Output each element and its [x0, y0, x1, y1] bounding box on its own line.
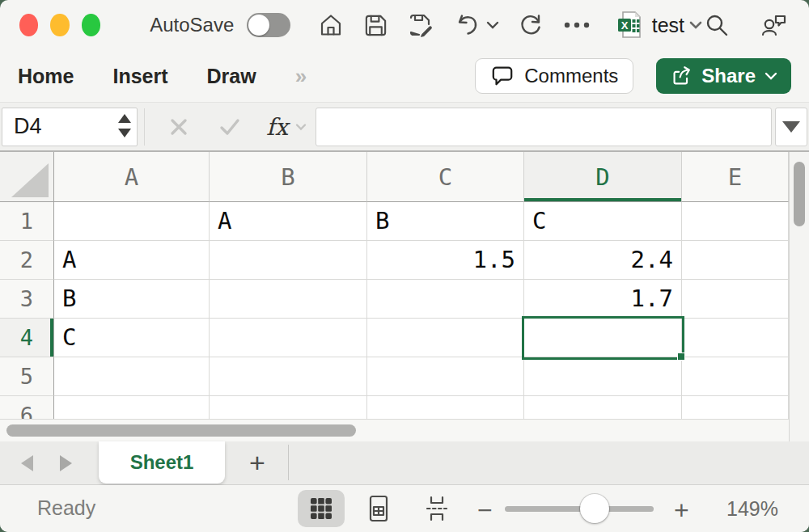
tab-insert[interactable]: Insert — [112, 65, 167, 88]
row-header-6[interactable]: 6 — [0, 396, 54, 419]
horizontal-scrollbar-thumb[interactable] — [6, 424, 356, 437]
function-chevron-icon[interactable] — [294, 122, 307, 132]
cell-D6[interactable] — [524, 396, 682, 419]
document-title[interactable]: test — [652, 14, 684, 37]
tab-home[interactable]: Home — [18, 65, 74, 88]
cell-B3[interactable] — [210, 280, 367, 319]
name-box-spinner[interactable] — [118, 114, 131, 137]
add-sheet-button[interactable]: + — [243, 441, 272, 483]
page-break-preview-button[interactable] — [422, 494, 451, 526]
status-text: Ready — [37, 496, 95, 520]
zoom-slider-track[interactable] — [505, 506, 654, 512]
cell-C3[interactable] — [367, 280, 524, 319]
cell-D2[interactable]: 2.4 — [524, 241, 682, 280]
comments-button[interactable]: Comments — [475, 58, 633, 94]
share-button[interactable]: Share — [656, 58, 791, 94]
column-header-row: ABCDE — [0, 152, 789, 202]
zoom-window-button[interactable] — [82, 14, 100, 36]
previous-sheet-icon[interactable] — [21, 455, 33, 471]
zoom-slider-knob[interactable] — [580, 494, 609, 523]
row-header-2[interactable]: 2 — [0, 241, 54, 280]
vertical-scrollbar-thumb[interactable] — [794, 162, 805, 226]
column-header-B[interactable]: B — [210, 152, 367, 202]
cell-A4[interactable]: C — [54, 319, 210, 357]
sheet-tab-bar: Sheet1 + — [0, 441, 809, 485]
cell-E2[interactable] — [682, 241, 789, 280]
worksheet-area: ABCDE 1ABC2A1.52.43B1.74C56 — [0, 152, 809, 441]
cell-A3[interactable]: B — [54, 280, 210, 319]
comments-button-label: Comments — [524, 65, 618, 87]
cell-B2[interactable] — [210, 241, 367, 280]
grid-rows: 1ABC2A1.52.43B1.74C56 — [0, 202, 789, 419]
undo-chevron-icon[interactable] — [485, 19, 500, 31]
spinner-up-icon — [118, 114, 131, 123]
cell-C4[interactable] — [367, 319, 524, 357]
zoom-percentage[interactable]: 149% — [726, 497, 778, 521]
cell-E3[interactable] — [682, 280, 789, 319]
cell-D5[interactable] — [524, 357, 682, 396]
horizontal-scrollbar[interactable] — [0, 419, 789, 441]
autosave-label: AutoSave — [150, 14, 234, 36]
cell-A6[interactable] — [54, 396, 210, 419]
cell-E1[interactable] — [682, 202, 789, 241]
home-icon[interactable] — [318, 12, 344, 38]
zoom-out-button[interactable]: − — [477, 496, 493, 526]
excel-app-icon: X — [616, 11, 644, 40]
cell-B4[interactable] — [210, 319, 367, 357]
column-header-D[interactable]: D — [524, 152, 682, 202]
page-layout-view-button[interactable] — [366, 494, 392, 526]
cell-A1[interactable] — [54, 202, 210, 241]
document-title-chevron-icon[interactable] — [688, 19, 704, 31]
vertical-scrollbar[interactable] — [789, 152, 809, 441]
save-as-icon[interactable] — [408, 12, 434, 38]
cell-B6[interactable] — [210, 396, 367, 419]
cell-C6[interactable] — [367, 396, 524, 419]
fill-handle[interactable] — [677, 353, 685, 361]
share-people-icon[interactable] — [760, 12, 788, 38]
confirm-entry-icon[interactable] — [218, 116, 242, 138]
name-box[interactable]: D4 — [2, 108, 138, 146]
zoom-in-button[interactable]: + — [674, 496, 689, 526]
column-header-E[interactable]: E — [682, 152, 789, 202]
cell-C1[interactable]: B — [367, 202, 524, 241]
ribbon-overflow-button[interactable]: » — [295, 64, 305, 89]
tab-draw[interactable]: Draw — [207, 65, 256, 88]
cell-E5[interactable] — [682, 357, 789, 396]
toggle-knob — [248, 15, 269, 36]
cell-D4[interactable] — [524, 319, 682, 357]
cell-A5[interactable] — [54, 357, 210, 396]
insert-function-icon[interactable]: fx — [266, 113, 288, 141]
more-options-icon[interactable] — [563, 21, 591, 29]
row-header-5[interactable]: 5 — [0, 357, 54, 396]
cell-D1[interactable]: C — [524, 202, 682, 241]
column-header-A[interactable]: A — [54, 152, 210, 202]
redo-icon[interactable] — [518, 12, 544, 38]
cell-A2[interactable]: A — [54, 241, 210, 280]
row-header-1[interactable]: 1 — [0, 202, 54, 241]
minimize-window-button[interactable] — [50, 14, 69, 36]
undo-icon[interactable] — [455, 12, 481, 38]
next-sheet-icon[interactable] — [60, 455, 72, 471]
cell-D3[interactable]: 1.7 — [524, 280, 682, 319]
cell-B1[interactable]: A — [210, 202, 367, 241]
row-header-4[interactable]: 4 — [0, 319, 54, 357]
grid-row-3: 3B1.7 — [0, 280, 789, 319]
formula-bar-expand-button[interactable] — [775, 108, 807, 146]
save-icon[interactable] — [363, 13, 388, 38]
normal-view-button[interactable] — [298, 490, 345, 527]
cell-E6[interactable] — [682, 396, 789, 419]
cell-B5[interactable] — [210, 357, 367, 396]
row-header-3[interactable]: 3 — [0, 280, 54, 319]
autosave-toggle[interactable] — [247, 13, 290, 37]
close-window-button[interactable] — [19, 14, 38, 36]
cell-C2[interactable]: 1.5 — [367, 241, 524, 280]
search-icon[interactable] — [704, 12, 730, 38]
column-header-C[interactable]: C — [367, 152, 524, 202]
sheet-tab-sheet1[interactable]: Sheet1 — [99, 441, 225, 483]
cell-C5[interactable] — [367, 357, 524, 396]
cell-E4[interactable] — [682, 319, 789, 357]
formula-input[interactable] — [316, 108, 772, 146]
share-button-label: Share — [701, 65, 756, 87]
select-all-button[interactable] — [0, 152, 54, 202]
cancel-entry-icon[interactable] — [167, 116, 190, 138]
